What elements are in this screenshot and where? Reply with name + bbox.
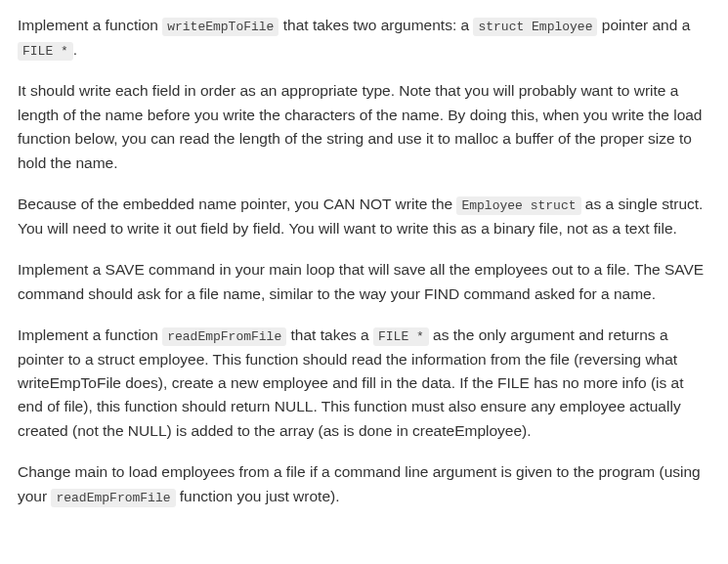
- text-run: .: [73, 41, 77, 58]
- inline-code: readEmpFromFile: [162, 327, 286, 346]
- text-run: Implement a function: [18, 326, 162, 343]
- inline-code: FILE *: [18, 42, 73, 61]
- paragraph: Change main to load employees from a fil…: [18, 460, 710, 508]
- paragraph: Implement a function readEmpFromFile tha…: [18, 324, 710, 443]
- inline-code: struct Employee: [473, 18, 597, 36]
- paragraph: Implement a SAVE command in your main lo…: [18, 258, 710, 306]
- text-run: that takes two arguments: a: [278, 17, 473, 33]
- inline-code: Employee struct: [456, 196, 580, 215]
- text-run: Implement a SAVE command in your main lo…: [18, 261, 704, 301]
- text-run: Because of the embedded name pointer, yo…: [18, 195, 456, 212]
- text-run: as the only argument and returns a point…: [18, 326, 683, 439]
- text-run: function you just wrote).: [176, 488, 340, 504]
- inline-code: writeEmpToFile: [162, 18, 278, 36]
- text-run: Implement a function: [18, 17, 162, 33]
- paragraph: It should write each field in order as a…: [18, 79, 710, 175]
- document-body: Implement a function writeEmpToFile that…: [18, 14, 710, 508]
- text-run: that takes a: [286, 326, 373, 343]
- inline-code: readEmpFromFile: [51, 489, 175, 507]
- inline-code: FILE *: [373, 327, 429, 346]
- text-run: pointer and a: [597, 17, 690, 33]
- paragraph: Implement a function writeEmpToFile that…: [18, 14, 710, 62]
- text-run: It should write each field in order as a…: [18, 82, 703, 170]
- paragraph: Because of the embedded name pointer, yo…: [18, 193, 710, 240]
